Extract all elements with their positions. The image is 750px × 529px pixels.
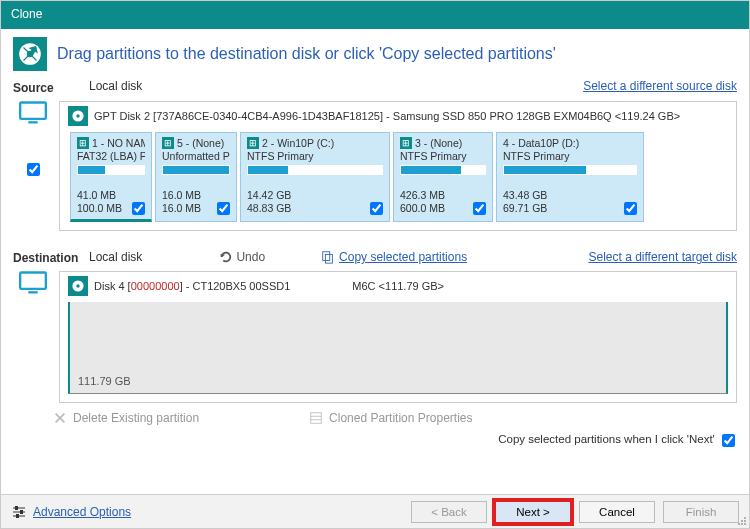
disk-icon: [68, 106, 88, 126]
title-bar: Clone: [1, 1, 749, 29]
partition-checkbox[interactable]: [473, 202, 486, 215]
svg-rect-12: [311, 413, 322, 424]
partition-checkbox[interactable]: [624, 202, 637, 215]
source-label: Source: [13, 79, 89, 95]
partition-properties-action: Cloned Partition Properties: [309, 411, 472, 425]
partition-total: 48.83 GB: [247, 202, 291, 215]
partition-used: 14.42 GB: [247, 189, 291, 202]
partition-name: 4 - Data10P (D:): [503, 137, 579, 149]
windows-icon: ⊞: [400, 137, 412, 149]
destination-disk-panel: Disk 4 [00000000] - CT120BX5 00SSD1 M6C …: [59, 271, 737, 403]
svg-rect-16: [15, 506, 18, 510]
advanced-options-link[interactable]: Advanced Options: [11, 504, 131, 520]
partition-name: 1 - NO NAME (N: [92, 137, 145, 149]
monitor-icon: [19, 271, 47, 295]
usage-bar: [400, 165, 486, 175]
svg-rect-6: [323, 252, 330, 261]
svg-rect-9: [28, 291, 37, 293]
auto-copy-label[interactable]: Copy selected partitions when I click 'N…: [498, 433, 735, 445]
next-button[interactable]: Next >: [495, 501, 571, 523]
partition-checkbox[interactable]: [132, 202, 145, 215]
destination-free-size: 111.79 GB: [78, 375, 131, 387]
partition-used: 41.0 MB: [77, 189, 122, 202]
partition-item[interactable]: 4 - Data10P (D:)NTFS Primary43.48 GB69.7…: [496, 132, 644, 222]
clone-disk-icon: [13, 37, 47, 71]
properties-icon: [309, 411, 323, 425]
partition-used: 43.48 GB: [503, 189, 547, 202]
svg-rect-8: [20, 273, 46, 289]
partition-type: Unformatted Prim: [162, 150, 230, 162]
monitor-icon: [19, 101, 47, 125]
delete-icon: [53, 411, 67, 425]
select-source-link[interactable]: Select a different source disk: [583, 79, 737, 93]
window-title: Clone: [11, 7, 42, 21]
svg-point-23: [744, 520, 746, 522]
svg-point-21: [744, 517, 746, 519]
partition-type: NTFS Primary: [247, 150, 383, 162]
svg-point-22: [741, 520, 743, 522]
partition-used: 426.3 MB: [400, 189, 445, 202]
partition-total: 600.0 MB: [400, 202, 445, 215]
windows-icon: ⊞: [77, 137, 89, 149]
partition-checkbox[interactable]: [217, 202, 230, 215]
instruction-text: Drag partitions to the destination disk …: [57, 45, 556, 63]
svg-point-24: [738, 523, 740, 525]
svg-point-11: [76, 285, 80, 289]
sliders-icon: [11, 504, 27, 520]
partition-used: 16.0 MB: [162, 189, 201, 202]
partition-item[interactable]: ⊞2 - Win10P (C:)NTFS Primary14.42 GB48.8…: [240, 132, 390, 222]
undo-button[interactable]: Undo: [218, 250, 265, 264]
partition-type: NTFS Primary: [400, 150, 486, 162]
partition-name: 2 - Win10P (C:): [262, 137, 334, 149]
windows-icon: ⊞: [247, 137, 259, 149]
svg-point-5: [76, 114, 80, 118]
delete-partition-action: Delete Existing partition: [53, 411, 199, 425]
destination-drop-area[interactable]: 111.79 GB: [68, 302, 728, 394]
svg-point-26: [744, 523, 746, 525]
source-disk-title: GPT Disk 2 [737A86CE-0340-4CB4-A996-1D43…: [94, 110, 680, 122]
partition-item[interactable]: ⊞3 - (None)NTFS Primary426.3 MB600.0 MB: [393, 132, 493, 222]
copy-icon: [321, 250, 335, 264]
select-target-link[interactable]: Select a different target disk: [588, 250, 737, 264]
svg-rect-2: [20, 103, 46, 119]
dest-disk-model: M6C <111.79 GB>: [352, 280, 444, 292]
undo-icon: [218, 250, 232, 264]
cancel-button[interactable]: Cancel: [579, 501, 655, 523]
partition-type: FAT32 (LBA) Primary: [77, 150, 145, 162]
usage-bar: [162, 165, 230, 175]
partition-item[interactable]: ⊞1 - NO NAME (NFAT32 (LBA) Primary41.0 M…: [70, 132, 152, 222]
resize-grip-icon[interactable]: [737, 516, 747, 526]
finish-button[interactable]: Finish: [663, 501, 739, 523]
svg-point-25: [741, 523, 743, 525]
source-type: Local disk: [89, 79, 583, 93]
back-button[interactable]: < Back: [411, 501, 487, 523]
svg-rect-3: [28, 121, 37, 123]
usage-bar: [77, 165, 145, 175]
partition-total: 100.0 MB: [77, 202, 122, 215]
partition-name: 5 - (None): [177, 137, 224, 149]
partition-checkbox[interactable]: [370, 202, 383, 215]
svg-rect-20: [16, 514, 19, 518]
partition-total: 69.71 GB: [503, 202, 547, 215]
usage-bar: [247, 165, 383, 175]
disk-icon: [68, 276, 88, 296]
source-disk-panel: GPT Disk 2 [737A86CE-0340-4CB4-A996-1D43…: [59, 101, 737, 231]
destination-type: Local disk: [89, 250, 142, 264]
partition-type: NTFS Primary: [503, 150, 637, 162]
partition-name: 3 - (None): [415, 137, 462, 149]
partition-item[interactable]: ⊞5 - (None)Unformatted Prim16.0 MB16.0 M…: [155, 132, 237, 222]
copy-partitions-link[interactable]: Copy selected partitions: [321, 250, 467, 264]
svg-rect-7: [325, 255, 332, 264]
dest-disk-title: Disk 4 [00000000] - CT120BX5 00SSD1: [94, 280, 290, 292]
source-disk-checkbox[interactable]: [27, 163, 40, 176]
partition-total: 16.0 MB: [162, 202, 201, 215]
auto-copy-checkbox[interactable]: [722, 434, 735, 447]
svg-rect-18: [20, 510, 23, 514]
windows-icon: ⊞: [162, 137, 174, 149]
footer-bar: Advanced Options < Back Next > Cancel Fi…: [1, 494, 749, 528]
usage-bar: [503, 165, 637, 175]
destination-label: Destination: [13, 249, 89, 265]
